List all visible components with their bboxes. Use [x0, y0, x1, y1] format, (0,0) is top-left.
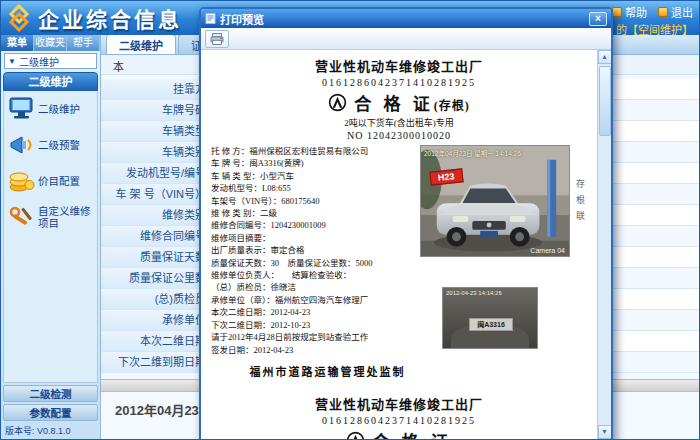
nav-item[interactable]: 帮助 [612, 4, 647, 20]
app-title: 企业综合信息 [38, 3, 182, 33]
dialog-titlebar[interactable]: 打印预览 × [201, 9, 611, 28]
form-label: 车牌号码 [101, 100, 213, 120]
module-dropdown[interactable]: ▼ 二级维护 [4, 53, 97, 69]
monitor-icon [8, 97, 35, 121]
app-window: 企业综合信息 主页 工作 返回 帮助 退出 的【空间维护】 [0, 0, 700, 440]
sidebar-section-bar[interactable]: 二级检测 [3, 385, 98, 402]
printer-icon [210, 33, 224, 45]
sidebar-tab[interactable]: 收藏夹 [34, 35, 67, 51]
sidebar-item-secondary-maintenance[interactable]: 二级维护 [6, 97, 95, 121]
photo-timestamp: 2012年04月23日 星期一 14:14:26 [424, 148, 521, 158]
form-label: 车辆类型 [101, 121, 213, 141]
cert-title: 合 格 证 [372, 428, 452, 439]
cert-side-label: 存根联 [574, 179, 587, 227]
cert-field-line: 下次二维日期：2012-10-23 [211, 319, 416, 331]
sidebar-item-label: 二级预警 [38, 139, 80, 151]
form-label: 质量保证公里数 [101, 268, 213, 288]
cert-field-line: 维修合同编号：1204230001009 [211, 219, 416, 231]
sidebar-item-label: 价目配置 [38, 175, 80, 187]
plate-number: 闽A3316 [469, 318, 513, 331]
form-label: 本次二维日期 [101, 331, 213, 351]
cert-field-line: 维修单位负责人： 结算检查验收： [211, 269, 416, 281]
version-label: 版本号: V0.8.1.0 [1, 421, 100, 439]
scrollbar: ▲ ▼ [597, 50, 611, 439]
vehicle-photo: 2012年04月23日 星期一 14:14:26 H23 Camera 04 [420, 145, 570, 257]
cert-field-line: 车 辆 类 型：小型汽车 [211, 170, 416, 182]
cert-field-line: 请于2012年4月28日前按规定到站查验工作 [211, 331, 416, 343]
scroll-up-button[interactable]: ▲ [598, 50, 612, 64]
sidebar-bottom-bars: 二级检测参数配置 [1, 383, 100, 421]
certificate: 营业性机动车维修竣工出厂 0161286042371410281925 合 格 … [211, 56, 587, 379]
cert-field-line: 车 牌 号：闽A3316(黄牌) [211, 157, 416, 169]
form-label: (总)质检员 [101, 289, 213, 309]
cert-footer: 福州市道路运输管理处监制 [211, 363, 444, 379]
cert-barcode-number: 0161286042371410281925 [211, 415, 587, 426]
sidebar-item-label: 二级维护 [38, 103, 80, 115]
cert-field-line: （总）质检员：徐晓洁 [211, 281, 416, 293]
sidebar-item-price-config[interactable]: 价目配置 [6, 169, 95, 193]
nav-item-icon [658, 7, 668, 17]
transport-seal-icon [346, 431, 365, 439]
print-button[interactable] [205, 30, 229, 48]
transport-seal-icon [328, 93, 347, 112]
cert-serial: NO 12042300010020 [211, 130, 587, 141]
cert-body: 托 修 方：福州保税区宏利佳贸易有限公司车 牌 号：闽A3316(黄牌)车 辆 … [211, 145, 587, 356]
document-area: 营业性机动车维修竣工出厂 0161286042371410281925 合 格 … [201, 50, 597, 439]
sidebar-section-header[interactable]: 二级维护 [3, 72, 98, 91]
form-label: 下次二维到期日期 [101, 352, 213, 372]
nav-item-label: 退出 [671, 4, 693, 20]
cert-title: 合 格 证(存根) [354, 90, 470, 115]
tab[interactable]: 二级维护 [106, 35, 176, 54]
cert-header: 营业性机动车维修竣工出厂 [211, 394, 587, 413]
nav-item[interactable]: 退出 [658, 4, 693, 20]
cert-photos: 2012年04月23日 星期一 14:14:26 H23 Camera 04 2… [416, 145, 587, 356]
print-preview-dialog: 打印预览 × 营业性机动车维修竣工出厂 01612860423714102819… [199, 7, 613, 440]
form-label: 承修单位 [101, 310, 213, 330]
cert-field-line: 本次二维日期：2012-04-23 [211, 306, 416, 318]
dropdown-value: 二级维护 [19, 54, 59, 69]
cert-subtitle: 2吨以下货车(含出租车)专用 [211, 116, 587, 129]
cert-title-suffix: (存根) [434, 99, 470, 113]
cert-field-line: 车架号（VIN号）：680175640 [211, 195, 416, 207]
sidebar-item-custom-repair[interactable]: 自定义维修项目 [6, 205, 95, 229]
app-logo-icon [5, 4, 33, 32]
cert-field-line: 出厂质量表示：审定合格 [211, 244, 416, 256]
cert-barcode-number: 0161286042371410281925 [211, 77, 587, 88]
nav-item-icon [612, 7, 622, 17]
sidebar: 菜单收藏夹帮手 ▼ 二级维护 二级维护 二级维护 [1, 35, 101, 439]
cert-field-line: 承修单位（章）：福州航空四海汽车修理厂 [211, 294, 416, 306]
sidebar-section-bar[interactable]: 参数配置 [3, 404, 98, 421]
dialog-close-button[interactable]: × [589, 12, 607, 26]
sidebar-tabs: 菜单收藏夹帮手 [1, 35, 100, 51]
dialog-title: 打印预览 [220, 11, 264, 27]
alarm-icon [8, 133, 35, 157]
dialog-toolbar [201, 28, 611, 50]
cert-field-line: 维 修 类 别：二级 [211, 207, 416, 219]
cert-field-line: 签发日期：2012-04-23 [211, 344, 416, 356]
document-icon [205, 13, 216, 24]
nav-item-label: 帮助 [625, 4, 647, 20]
cert-field-line: 维修项目摘要： [211, 232, 416, 244]
plate-photo-caption: 2012-04-23 14:14:26 [446, 290, 502, 296]
cert-fields: 托 修 方：福州保税区宏利佳贸易有限公司车 牌 号：闽A3316(黄牌)车 辆 … [211, 145, 416, 356]
plate-photo: 2012-04-23 14:14:26 闽A3316 [442, 287, 538, 349]
vehicle-photo-scene [421, 146, 569, 257]
cert-header: 营业性机动车维修竣工出厂 [211, 56, 587, 75]
camera-label: Camera 04 [530, 247, 565, 254]
dropdown-caret-icon: ▼ [8, 57, 16, 66]
form-label: 维修类别 [101, 205, 213, 225]
scroll-thumb[interactable] [599, 66, 611, 136]
form-label: 维修合同编号 [101, 226, 213, 246]
cert-field-line: 托 修 方：福州保税区宏利佳贸易有限公司 [211, 145, 416, 157]
dialog-body: 营业性机动车维修竣工出厂 0161286042371410281925 合 格 … [201, 50, 611, 439]
certificate-2: 营业性机动车维修竣工出厂 0161286042371410281925 合 格 … [211, 394, 587, 439]
sidebar-item-secondary-alert[interactable]: 二级预警 [6, 133, 95, 157]
scroll-down-button[interactable]: ▼ [598, 425, 612, 439]
form-label: 车 架 号（VIN号） [101, 184, 213, 204]
sidebar-tab[interactable]: 帮手 [67, 35, 100, 51]
form-label: 质量保证天数 [101, 247, 213, 267]
wrench-icon [8, 205, 35, 229]
sidebar-item-label: 自定义维修项目 [38, 205, 95, 229]
sidebar-tab[interactable]: 菜单 [1, 35, 34, 51]
form-label: 车辆类别 [101, 142, 213, 162]
